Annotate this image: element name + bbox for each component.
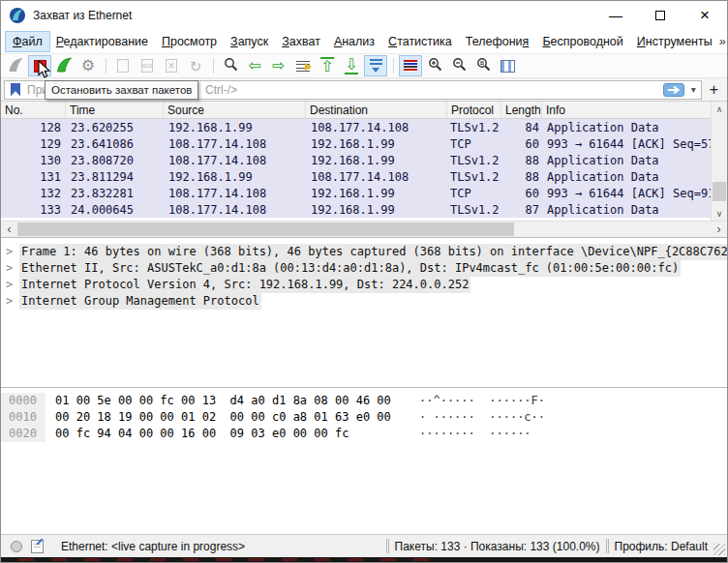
- capture-comment-icon[interactable]: [31, 540, 44, 553]
- open-file-icon: [117, 59, 129, 73]
- status-separator: [386, 539, 387, 553]
- packet-rows: 12823.620255192.168.1.99108.177.14.108TL…: [1, 119, 711, 221]
- mouse-cursor-icon: [38, 60, 51, 82]
- start-capture-button[interactable]: [4, 55, 27, 76]
- menu-bar: Файл Редактирование Просмотр Запуск Захв…: [1, 29, 727, 53]
- menu-statistics[interactable]: Статистика: [381, 32, 459, 51]
- column-header-destination[interactable]: Destination: [306, 102, 447, 118]
- column-header-protocol[interactable]: Protocol: [447, 102, 501, 118]
- first-packet-button[interactable]: ⇧: [316, 55, 339, 76]
- horizontal-scroll-thumb[interactable]: [17, 222, 514, 236]
- expander-icon[interactable]: >: [6, 277, 19, 293]
- next-packet-button[interactable]: ⇨: [267, 55, 290, 76]
- main-toolbar: ⚙ 010 × ↻ ⇦ ⇨ ⇧ ⇩: [1, 53, 727, 77]
- column-header-length[interactable]: Length: [501, 102, 542, 118]
- hex-bytes[interactable]: 01 00 5e 00 00 fc 00 13 d4 a0 d1 8a 08 0…: [46, 393, 410, 409]
- packet-row[interactable]: 12823.620255192.168.1.99108.177.14.108TL…: [1, 119, 711, 135]
- apply-filter-button[interactable]: [663, 83, 684, 97]
- horizontal-scrollbar[interactable]: ‹ ›: [1, 221, 727, 237]
- vertical-scrollbar[interactable]: ∧ ∨: [711, 102, 727, 221]
- packet-row[interactable]: 13324.000645108.177.14.108192.168.1.99TL…: [1, 201, 711, 218]
- hex-row[interactable]: 001000 20 18 19 00 00 01 02 00 00 c0 a8 …: [1, 409, 727, 426]
- menu-analyze[interactable]: Анализ: [327, 32, 381, 51]
- gear-icon: ⚙: [81, 58, 95, 74]
- packet-row[interactable]: 13023.808720108.177.14.108192.168.1.99TL…: [1, 152, 711, 168]
- hex-offset: 0020: [1, 426, 46, 442]
- menu-go[interactable]: Запуск: [224, 32, 275, 51]
- autoscroll-button[interactable]: [364, 55, 387, 76]
- minimize-button[interactable]: —: [593, 1, 638, 29]
- packet-row[interactable]: 13123.811294192.168.1.99108.177.14.108TL…: [1, 168, 711, 185]
- expert-info-icon[interactable]: [11, 541, 22, 552]
- hex-ascii[interactable]: ··^····· ······F·: [419, 393, 545, 409]
- detail-line-ip[interactable]: >Internet Protocol Version 4, Src: 192.1…: [1, 277, 727, 293]
- hex-ascii[interactable]: ········ ······: [419, 426, 531, 442]
- restart-capture-button[interactable]: [52, 55, 76, 76]
- capture-options-button[interactable]: ⚙: [76, 55, 100, 76]
- zoom-in-button[interactable]: [423, 55, 446, 76]
- arrow-down-bar-icon: ⇩: [345, 57, 357, 74]
- packet-row[interactable]: 12923.641086108.177.14.108192.168.1.99TC…: [1, 135, 711, 152]
- expander-icon[interactable]: >: [6, 293, 19, 310]
- status-bar: Ethernet: <live capture in progress> Пак…: [1, 534, 727, 557]
- background-text-fragments: [18, 558, 435, 561]
- column-header-source[interactable]: Source: [164, 102, 306, 118]
- resize-columns-icon: [500, 60, 515, 73]
- detail-line-igmp[interactable]: >Internet Group Management Protocol: [1, 293, 727, 310]
- prev-packet-button[interactable]: ⇦: [243, 55, 266, 76]
- hex-row[interactable]: 000001 00 5e 00 00 fc 00 13 d4 a0 d1 8a …: [1, 393, 727, 409]
- add-filter-button[interactable]: +: [702, 81, 724, 99]
- filter-dropdown-caret[interactable]: ▾: [686, 84, 701, 95]
- zoom-reset-button[interactable]: [471, 55, 495, 76]
- resize-columns-button[interactable]: [496, 55, 519, 76]
- scroll-left-icon[interactable]: ‹: [1, 222, 17, 236]
- arrow-right-icon: ⇨: [272, 58, 285, 74]
- column-header-info[interactable]: Info: [542, 102, 711, 118]
- menu-telephony[interactable]: Телефония: [459, 32, 536, 51]
- detail-line-ethernet[interactable]: >Ethernet II, Src: ASUSTekC_a0:d1:8a (00…: [1, 260, 727, 277]
- menu-tools[interactable]: Инструменты: [630, 32, 719, 51]
- colorize-button[interactable]: [399, 55, 422, 76]
- colorize-icon: [404, 60, 417, 72]
- detail-line-frame[interactable]: >Frame 1: 46 bytes on wire (368 bits), 4…: [1, 244, 727, 260]
- last-packet-button[interactable]: ⇩: [340, 55, 363, 76]
- hex-row[interactable]: 002000 fc 94 04 00 00 16 00 09 03 e0 00 …: [1, 426, 727, 442]
- zoom-in-icon: [428, 57, 442, 74]
- hex-ascii[interactable]: · ······ ·····c··: [419, 409, 545, 426]
- hex-bytes[interactable]: 00 20 18 19 00 00 01 02 00 00 c0 a8 01 6…: [46, 409, 410, 426]
- scroll-up-icon[interactable]: ∧: [716, 102, 723, 116]
- profile-status[interactable]: Профиль: Default: [615, 540, 709, 553]
- hex-bytes[interactable]: 00 fc 94 04 00 00 16 00 09 03 e0 00 00 f…: [46, 426, 410, 442]
- reload-icon: ↻: [190, 59, 202, 74]
- menu-capture[interactable]: Захват: [275, 32, 327, 51]
- bookmark-icon[interactable]: [11, 83, 20, 97]
- toolbar-separator: [213, 58, 214, 74]
- menu-view[interactable]: Просмотр: [155, 32, 224, 51]
- packet-row[interactable]: 13223.832281108.177.14.108192.168.1.99TC…: [1, 185, 711, 201]
- vertical-scroll-thumb[interactable]: [713, 182, 726, 201]
- close-button[interactable]: ×: [682, 1, 727, 29]
- find-packet-button[interactable]: [219, 55, 242, 76]
- resize-grip[interactable]: [713, 544, 725, 555]
- close-file-button[interactable]: ×: [160, 55, 183, 76]
- expander-icon[interactable]: >: [6, 244, 19, 260]
- zoom-out-button[interactable]: [447, 55, 470, 76]
- expander-icon[interactable]: >: [6, 260, 19, 277]
- menu-edit[interactable]: Редактирование: [49, 32, 155, 51]
- window-title: Захват из Ethernet: [33, 9, 132, 22]
- scroll-right-icon[interactable]: ›: [711, 222, 727, 236]
- autoscroll-icon: [370, 59, 382, 73]
- menu-file[interactable]: Файл: [6, 32, 49, 51]
- column-header-no[interactable]: No.: [1, 102, 66, 118]
- scroll-down-icon[interactable]: ∨: [716, 206, 723, 221]
- zoom-out-icon: [452, 57, 467, 74]
- goto-packet-button[interactable]: [291, 55, 315, 76]
- menu-overflow-button[interactable]: »: [719, 35, 726, 48]
- tooltip: Остановить захват пакетов: [45, 80, 198, 100]
- reload-file-button[interactable]: ↻: [184, 55, 207, 76]
- maximize-button[interactable]: [638, 1, 682, 29]
- column-header-time[interactable]: Time: [66, 102, 164, 118]
- save-file-button[interactable]: 010: [136, 55, 159, 76]
- menu-wireless[interactable]: Беспроводной: [535, 32, 629, 51]
- open-file-button[interactable]: [111, 55, 135, 76]
